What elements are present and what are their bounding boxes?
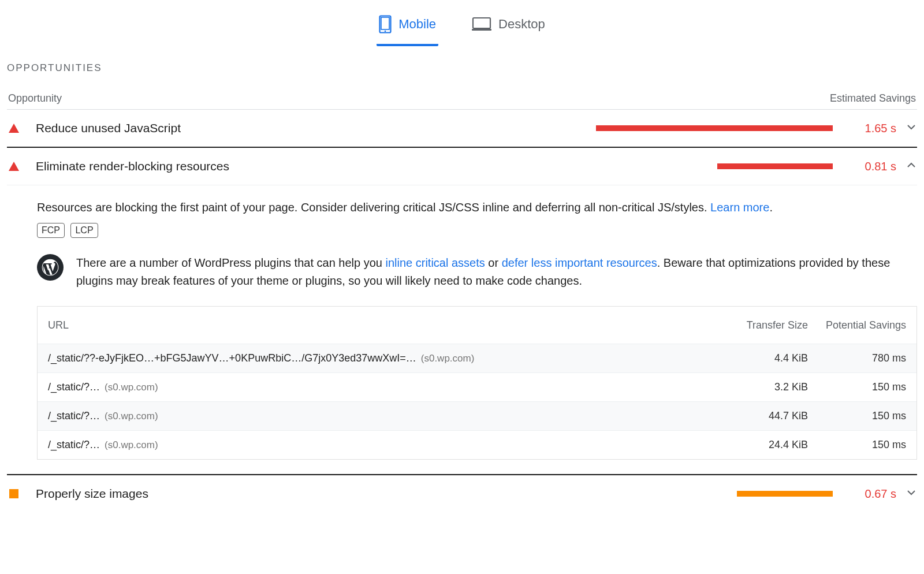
table-row: /_static/?…(s0.wp.com) 24.4 KiB 150 ms	[38, 430, 916, 459]
device-tabs: Mobile Desktop	[7, 0, 917, 46]
cell-savings: 150 ms	[808, 439, 906, 451]
opportunity-row-render-blocking[interactable]: Eliminate render-blocking resources 0.81…	[7, 148, 917, 185]
cell-savings: 150 ms	[808, 410, 906, 422]
column-estimated-savings: Estimated Savings	[830, 92, 916, 105]
savings-value: 0.81 s	[844, 160, 896, 173]
cell-url: /_static/??-eJyFjkEO…+bFG5JawYV…+0KPuwRb…	[48, 352, 710, 364]
opportunity-description: Resources are blocking the first paint o…	[37, 199, 917, 216]
inline-critical-assets-link[interactable]: inline critical assets	[385, 256, 485, 269]
table-row: /_static/?…(s0.wp.com) 44.7 KiB 150 ms	[38, 401, 916, 430]
chevron-up-icon	[896, 161, 916, 172]
table-header: URL Transfer Size Potential Savings	[38, 307, 916, 344]
defer-resources-link[interactable]: defer less important resources	[502, 256, 657, 269]
th-transfer-size: Transfer Size	[710, 318, 808, 332]
square-icon	[8, 488, 20, 500]
svg-rect-3	[473, 18, 490, 28]
learn-more-link[interactable]: Learn more	[710, 201, 769, 214]
svg-rect-9	[9, 489, 18, 498]
opportunities-column-header: Opportunity Estimated Savings	[7, 92, 917, 110]
metric-badges: FCP LCP	[37, 223, 917, 238]
table-row: /_static/??-eJyFjkEO…+bFG5JawYV…+0KPuwRb…	[38, 344, 916, 372]
cell-url: /_static/?…(s0.wp.com)	[48, 410, 710, 422]
badge-lcp: LCP	[70, 223, 98, 238]
opportunity-row-reduce-unused-js[interactable]: Reduce unused JavaScript 1.65 s	[7, 110, 917, 148]
desktop-icon	[472, 17, 491, 32]
cell-size: 4.4 KiB	[710, 352, 808, 364]
tab-mobile[interactable]: Mobile	[377, 10, 438, 46]
cell-savings: 780 ms	[808, 352, 906, 364]
opportunity-title: Properly size images	[36, 487, 567, 501]
cell-size: 24.4 KiB	[710, 439, 808, 451]
svg-point-2	[385, 31, 386, 32]
section-title-opportunities: OPPORTUNITIES	[7, 62, 917, 74]
savings-bar	[567, 125, 833, 131]
th-potential-savings: Potential Savings	[808, 318, 906, 332]
wordpress-tip-text: There are a number of WordPress plugins …	[76, 254, 917, 290]
svg-marker-5	[9, 124, 19, 133]
tab-desktop-label: Desktop	[498, 17, 545, 32]
resources-table: URL Transfer Size Potential Savings /_st…	[37, 306, 917, 460]
cell-url: /_static/?…(s0.wp.com)	[48, 439, 710, 451]
wordpress-icon	[37, 254, 64, 281]
savings-value: 0.67 s	[844, 487, 896, 501]
badge-fcp: FCP	[37, 223, 65, 238]
tab-desktop[interactable]: Desktop	[470, 10, 547, 46]
cell-savings: 150 ms	[808, 381, 906, 393]
chevron-down-icon	[896, 122, 916, 134]
bar-fill	[737, 491, 833, 497]
chevron-down-icon	[896, 488, 916, 500]
opportunity-title: Eliminate render-blocking resources	[36, 159, 567, 173]
triangle-icon	[8, 161, 20, 172]
cell-url: /_static/?…(s0.wp.com)	[48, 381, 710, 393]
th-url: URL	[48, 319, 710, 331]
svg-marker-6	[9, 162, 19, 171]
savings-bar	[567, 163, 833, 169]
svg-rect-1	[381, 17, 389, 29]
bar-fill	[717, 163, 833, 169]
column-opportunity: Opportunity	[8, 92, 62, 105]
table-row: /_static/?…(s0.wp.com) 3.2 KiB 150 ms	[38, 372, 916, 401]
cell-size: 3.2 KiB	[710, 381, 808, 393]
mobile-icon	[379, 15, 392, 33]
cell-size: 44.7 KiB	[710, 410, 808, 422]
triangle-icon	[8, 122, 20, 134]
wordpress-tip: There are a number of WordPress plugins …	[37, 254, 917, 290]
tab-mobile-label: Mobile	[398, 17, 436, 32]
opportunity-details-render-blocking: Resources are blocking the first paint o…	[7, 185, 917, 474]
opportunity-title: Reduce unused JavaScript	[36, 121, 567, 135]
bar-fill	[596, 125, 833, 131]
savings-value: 1.65 s	[844, 122, 896, 135]
savings-bar	[567, 491, 833, 497]
svg-rect-4	[472, 29, 491, 31]
opportunity-row-size-images[interactable]: Properly size images 0.67 s	[7, 475, 917, 512]
